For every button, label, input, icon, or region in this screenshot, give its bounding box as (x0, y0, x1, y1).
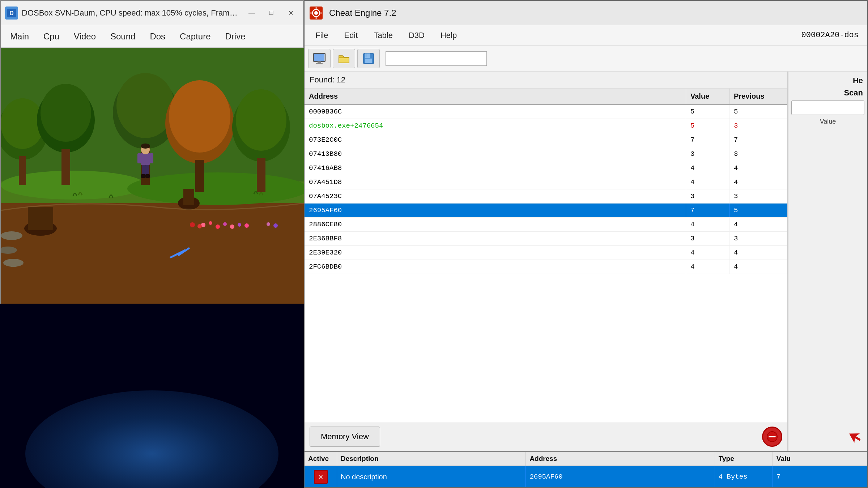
cell-address: dosbox.exe+2476654 (305, 119, 686, 133)
svg-rect-63 (366, 53, 366, 57)
svg-point-35 (216, 224, 220, 229)
cell-previous: 4 (729, 218, 787, 231)
dosbox-close-button[interactable]: ✕ (283, 7, 299, 20)
cell-address: 0009B36C (305, 105, 686, 119)
table-row[interactable]: 07416AB8 4 4 (305, 161, 787, 175)
addr-header-address: Address (526, 452, 715, 466)
memory-view-button[interactable]: Memory View (310, 427, 380, 447)
cell-address: 2E39E320 (305, 246, 686, 260)
svg-rect-57 (314, 54, 324, 61)
table-row-selected[interactable]: 2695AF60 7 5 (305, 204, 787, 218)
cell-previous: 3 (729, 147, 787, 161)
ce-menu-d3d[interactable]: D3D (401, 28, 432, 43)
table-row[interactable]: 0009B36C 5 5 (305, 105, 787, 119)
dosbox-menu-capture[interactable]: Capture (173, 29, 217, 44)
table-row[interactable]: 07A451D8 4 4 (305, 175, 787, 189)
table-row[interactable]: 2FC6BDB0 4 4 (305, 260, 787, 274)
table-row[interactable]: 073E2C0C 7 7 (305, 133, 787, 147)
cell-address: 2E36BBF8 (305, 232, 686, 245)
cell-previous: 4 (729, 161, 787, 175)
ce-menu-edit[interactable]: Edit (337, 28, 365, 43)
dosbox-maximize-button[interactable]: □ (263, 7, 279, 20)
addr-cell-address: 2695AF60 (526, 466, 715, 487)
cell-address: 2886CE80 (305, 218, 686, 231)
dosbox-title: DOSBox SVN-Daum, CPU speed: max 105% cyc… (22, 8, 240, 18)
ce-icon (310, 7, 323, 20)
svg-rect-24 (141, 153, 150, 165)
ce-menu-file[interactable]: File (308, 28, 335, 43)
table-row[interactable]: 07A4523C 3 3 (305, 189, 787, 204)
header-address: Address (305, 89, 686, 104)
cell-previous: 4 (729, 175, 787, 189)
cell-value: 7 (686, 204, 729, 217)
table-row[interactable]: 07413B80 3 3 (305, 147, 787, 161)
right-panel-value-input[interactable] (791, 100, 864, 115)
svg-rect-59 (316, 63, 323, 64)
addr-cell-value: 7 (773, 466, 867, 487)
addr-cell-active[interactable]: ✕ (305, 466, 337, 487)
cell-previous: 3 (729, 119, 787, 133)
ce-scan-input[interactable] (386, 51, 487, 66)
addr-cell-description: No description (337, 466, 526, 487)
cell-address: 07416AB8 (305, 161, 686, 175)
svg-point-41 (273, 223, 278, 228)
header-value: Value (686, 89, 729, 104)
cell-value: 3 (686, 189, 729, 203)
red-arrow-icon (845, 427, 863, 447)
svg-rect-58 (318, 61, 321, 63)
cell-address: 2695AF60 (305, 204, 686, 217)
table-row[interactable]: dosbox.exe+2476654 5 3 (305, 119, 787, 133)
svg-point-39 (244, 223, 249, 228)
ce-toolbar-save-btn[interactable] (357, 49, 380, 68)
table-row[interactable]: 2E39E320 4 4 (305, 246, 787, 260)
cheat-engine-window: Cheat Engine 7.2 File Edit Table D3D Hel… (304, 0, 868, 488)
addr-header-active: Active (305, 452, 337, 466)
cancel-button[interactable] (762, 427, 782, 447)
table-row[interactable]: 2886CE80 4 4 (305, 218, 787, 232)
cell-address: 07413B80 (305, 147, 686, 161)
dosbox-minimize-button[interactable]: — (244, 7, 260, 20)
svg-point-26 (141, 144, 150, 149)
cell-address: 073E2C0C (305, 133, 686, 147)
results-table-header: Address Value Previous (305, 89, 787, 105)
dosbox-menu-dos[interactable]: Dos (143, 29, 172, 44)
addr-header-type: Type (715, 452, 773, 466)
dosbox-menu-main[interactable]: Main (4, 29, 35, 44)
svg-rect-48 (28, 207, 53, 230)
cell-previous: 3 (729, 189, 787, 203)
svg-rect-32 (145, 174, 150, 178)
svg-point-18 (169, 80, 230, 153)
ce-toolbar-open-btn[interactable] (333, 49, 355, 68)
dosbox-menu-sound[interactable]: Sound (104, 29, 142, 44)
addr-table-row[interactable]: ✕ No description 2695AF60 4 Bytes 7 (305, 466, 867, 487)
dosbox-menu-video[interactable]: Video (67, 29, 102, 44)
cell-value: 3 (686, 232, 729, 245)
dosbox-game-area (1, 48, 305, 304)
svg-rect-23 (183, 189, 194, 205)
svg-rect-28 (150, 153, 153, 163)
ce-menu-help[interactable]: Help (433, 28, 464, 43)
cell-value: 4 (686, 161, 729, 175)
right-panel-value-label: Value (791, 118, 864, 125)
ce-menu-table[interactable]: Table (366, 28, 400, 43)
right-panel-scan-label: Scan (791, 88, 864, 98)
svg-rect-62 (365, 59, 372, 63)
header-previous: Previous (729, 89, 787, 104)
dosbox-titlebar: D DOSBox SVN-Daum, CPU speed: max 105% c… (1, 1, 303, 25)
svg-point-45 (190, 222, 195, 227)
svg-rect-29 (142, 165, 145, 176)
ce-results-table[interactable]: Address Value Previous 0009B36C 5 5 dosb… (305, 89, 787, 422)
svg-point-36 (223, 222, 227, 226)
cell-previous: 4 (729, 260, 787, 274)
addr-header-description: Description (337, 452, 526, 466)
svg-rect-8 (19, 156, 26, 185)
dosbox-bottom-area (0, 304, 304, 488)
dosbox-icon: D (5, 7, 18, 20)
table-row[interactable]: 2E36BBF8 3 3 (305, 232, 787, 246)
svg-rect-31 (141, 174, 145, 178)
dosbox-menu-drive[interactable]: Drive (219, 29, 252, 44)
svg-rect-27 (137, 153, 141, 163)
ce-main-area: Found: 12 Address Value Previous 0009B36… (305, 72, 867, 451)
ce-toolbar-computer-btn[interactable] (308, 49, 331, 68)
dosbox-menu-cpu[interactable]: Cpu (37, 29, 66, 44)
